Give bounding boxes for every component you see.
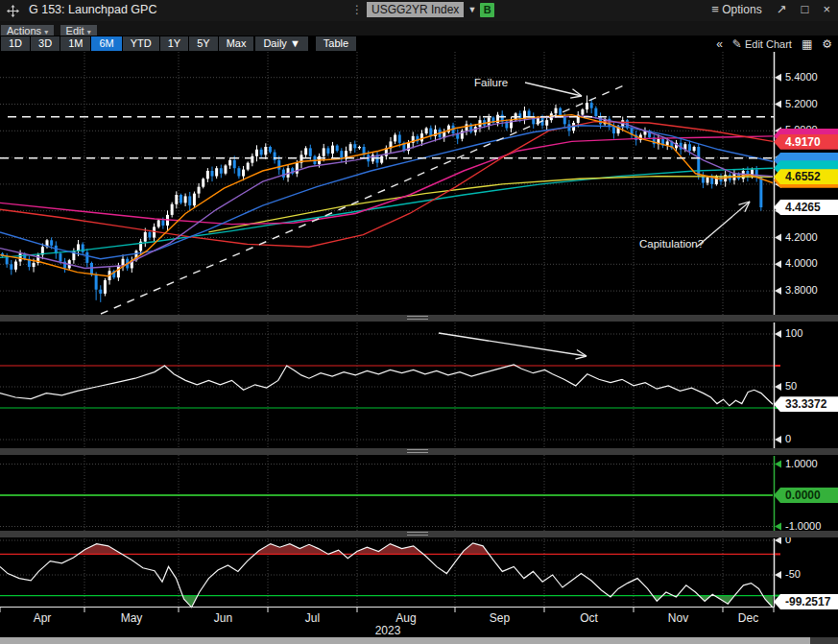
menu-bar: Actions ▾ Edit ▾ [0, 21, 838, 36]
ticker-text[interactable]: USGG2YR Index [367, 2, 464, 17]
range-button-6m[interactable]: 6M [91, 36, 121, 51]
rsi-trend-arrow [439, 333, 587, 356]
source-badge[interactable]: B [480, 3, 494, 17]
dashed-trendline [101, 85, 624, 314]
collapse-chevrons-icon[interactable]: « [716, 37, 723, 51]
range-bar-right: « ✎ Edit Chart ▦ ⚙ [716, 36, 832, 51]
maximize-icon[interactable]: □ [802, 2, 809, 16]
security-field[interactable]: ⋮ USGG2YR Index ▼ B [351, 2, 494, 17]
range-button-1y[interactable]: 1Y [160, 36, 188, 51]
chevron-down-icon[interactable]: ▼ [467, 5, 476, 14]
gear-icon[interactable]: ⚙ [822, 37, 832, 51]
pencil-icon: ✎ [732, 37, 742, 51]
edit-chart-button[interactable]: ✎ Edit Chart [732, 37, 792, 51]
range-buttons: 1D3D1M6MYTD1Y5YMaxDaily ▼Table [1, 36, 356, 51]
ma-cyan [0, 168, 773, 257]
drag-dots-icon: ⋮ [351, 3, 363, 16]
range-button-5y[interactable]: 5Y [189, 36, 217, 51]
close-icon[interactable]: × [823, 2, 830, 16]
ma-yellow [208, 177, 773, 232]
range-button-max[interactable]: Max [219, 36, 254, 51]
title-bar[interactable]: G 153: Launchpad GPC ⋮ USGG2YR Index ▼ B… [0, 0, 838, 21]
window-title: G 153: Launchpad GPC [29, 3, 156, 16]
menu-icon: ≡ [711, 2, 719, 16]
window-controls: ≡ Options ↗ □ × [711, 2, 830, 16]
range-bar: 1D3D1M6MYTD1Y5YMaxDaily ▼Table « ✎ Edit … [0, 36, 838, 52]
rsi-line [0, 365, 773, 406]
chart-canvas[interactable] [0, 0, 838, 644]
move-window-icon[interactable] [7, 4, 19, 21]
range-button-3d[interactable]: 3D [31, 36, 60, 51]
table-button[interactable]: Table [316, 36, 356, 51]
chart-settings-icon[interactable]: ▦ [802, 37, 812, 51]
launchpad-chart-window: 5.40005.20005.00004.80004.20004.00003.80… [0, 0, 838, 644]
range-button-ytd[interactable]: YTD [123, 36, 159, 51]
options-button[interactable]: ≡ Options [711, 2, 761, 16]
range-button-1m[interactable]: 1M [60, 36, 90, 51]
range-button-1d[interactable]: 1D [1, 36, 30, 51]
popout-icon[interactable]: ↗ [777, 2, 787, 16]
period-select[interactable]: Daily ▼ [255, 36, 307, 51]
